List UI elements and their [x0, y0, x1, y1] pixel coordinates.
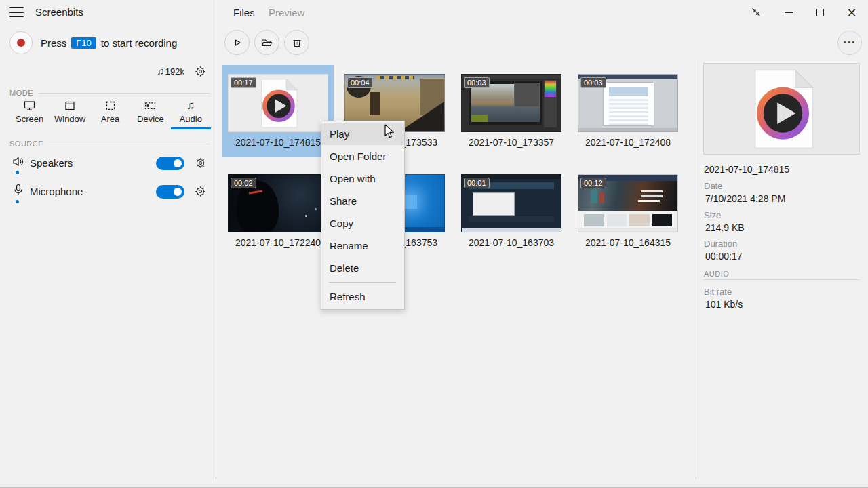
minimize-icon	[785, 12, 793, 13]
context-menu-item-share[interactable]: Share	[321, 190, 404, 212]
thumb-art	[641, 190, 663, 192]
detail-label-bitrate: Bit rate	[704, 287, 732, 297]
sidebar-divider	[216, 0, 216, 479]
file-item[interactable]: 00:032021-07-10_173357	[456, 65, 567, 157]
toggle-knob	[174, 159, 182, 167]
context-menu: PlayOpen FolderOpen withShareCopyRenameD…	[321, 121, 405, 310]
close-button[interactable]: ×	[843, 4, 861, 20]
ellipsis-icon: •••	[844, 38, 856, 47]
folder-icon	[260, 37, 273, 49]
file-name: 2021-07-10_172240	[222, 237, 334, 248]
app-title: Screenbits	[35, 6, 83, 18]
thumb-art	[591, 190, 597, 203]
delete-button[interactable]	[284, 30, 309, 55]
thumb-art	[578, 128, 677, 131]
mode-tabs: Screen Window Area Device ♫ Audio	[9, 100, 211, 129]
thumb-art	[473, 192, 515, 216]
detail-value-size: 214.9 KB	[705, 222, 745, 233]
file-item[interactable]: 00:012021-07-10_163703	[456, 165, 567, 258]
source-row-microphone: Microphone	[0, 182, 216, 205]
context-menu-item-copy[interactable]: Copy	[321, 212, 404, 235]
audio-quality: ♫192k	[142, 66, 184, 77]
record-hint: Press F10 to start recording	[41, 37, 177, 49]
thumb-art	[609, 87, 648, 96]
mode-section-header: MODE	[9, 89, 210, 97]
detail-label-size: Size	[704, 210, 721, 220]
file-name: 2021-07-10_174815	[222, 137, 334, 148]
detail-value-date: 7/10/2021 4:28 PM	[705, 193, 785, 204]
tab-preview[interactable]: Preview	[269, 7, 304, 18]
detail-label-duration: Duration	[704, 239, 737, 249]
detail-label-date: Date	[704, 181, 722, 191]
compact-view-button[interactable]	[747, 4, 765, 20]
mode-tab-audio[interactable]: ♫ Audio	[171, 100, 211, 129]
trash-icon	[291, 37, 303, 49]
context-menu-item-play[interactable]: Play	[321, 123, 404, 145]
play-button[interactable]	[224, 30, 250, 55]
file-name: 2021-07-10_164315	[572, 237, 684, 248]
file-thumbnail: 00:17	[228, 74, 328, 132]
preview-card	[703, 63, 860, 155]
thumb-art	[469, 216, 554, 222]
context-menu-item-open-folder[interactable]: Open Folder	[321, 145, 404, 167]
hamburger-menu-icon[interactable]	[9, 7, 24, 17]
close-icon: ×	[846, 6, 856, 18]
context-menu-item-delete[interactable]: Delete	[321, 257, 404, 279]
mode-tab-screen[interactable]: Screen	[9, 100, 50, 129]
detail-filename: 2021-07-10_174815	[704, 164, 789, 175]
record-button[interactable]	[9, 31, 33, 54]
thumb-art	[462, 228, 561, 232]
mode-section-label: MODE	[9, 89, 33, 97]
media-file-icon	[750, 69, 814, 149]
more-options-button[interactable]: •••	[837, 30, 862, 55]
context-menu-item-refresh[interactable]: Refresh	[321, 285, 404, 308]
screen-icon	[23, 100, 36, 112]
menu-separator	[329, 282, 396, 283]
mode-tab-label: Device	[137, 114, 164, 124]
audio-quality-value: 192k	[165, 66, 184, 77]
minimize-button[interactable]	[780, 4, 797, 20]
file-item[interactable]: 00:032021-07-10_172408	[572, 65, 684, 157]
speakers-settings-gear-icon[interactable]	[194, 157, 207, 169]
detail-value-bitrate: 101 Kb/s	[705, 299, 743, 310]
microphone-icon	[14, 184, 23, 197]
hotkey-badge: F10	[71, 37, 96, 49]
mode-tab-label: Screen	[16, 114, 43, 124]
thumb-art	[599, 192, 604, 203]
context-menu-item-rename[interactable]: Rename	[321, 235, 404, 257]
thumb-art	[578, 228, 677, 232]
detail-value-duration: 00:00:17	[705, 251, 743, 262]
open-folder-button[interactable]	[254, 30, 279, 55]
duration-badge: 00:02	[231, 178, 256, 188]
section-rule	[39, 93, 210, 94]
music-note-icon: ♫	[157, 66, 164, 77]
file-item[interactable]: 00:122021-07-10_164315	[572, 165, 684, 258]
duration-badge: 00:12	[580, 178, 606, 188]
details-divider	[696, 60, 696, 479]
file-thumbnail: 00:03	[578, 74, 678, 132]
source-section-header: SOURCE	[9, 140, 210, 148]
maximize-button[interactable]	[811, 4, 829, 20]
file-item[interactable]: 00:172021-07-10_174815	[222, 65, 334, 157]
microphone-toggle[interactable]	[156, 185, 184, 199]
mode-tab-device[interactable]: Device	[130, 100, 170, 129]
file-thumbnail: 00:02	[228, 174, 328, 232]
play-icon	[231, 37, 243, 49]
duration-badge: 00:03	[580, 77, 606, 88]
file-thumbnail: 00:03	[461, 74, 561, 132]
speaker-icon	[12, 155, 25, 168]
audio-settings-gear-icon[interactable]	[194, 65, 207, 78]
context-menu-item-open-with[interactable]: Open with	[321, 167, 404, 190]
tab-files[interactable]: Files	[233, 7, 255, 18]
source-row-speakers: Speakers	[0, 153, 216, 176]
mode-tab-area[interactable]: Area	[90, 100, 130, 129]
mode-tab-window[interactable]: Window	[50, 100, 90, 129]
toggle-knob	[174, 188, 182, 196]
file-thumbnail: 00:01	[461, 174, 561, 232]
microphone-settings-gear-icon[interactable]	[194, 185, 207, 198]
thumb-art	[584, 214, 672, 226]
file-item[interactable]: 00:022021-07-10_172240	[222, 165, 334, 258]
speakers-toggle[interactable]	[156, 157, 184, 170]
record-hint-prefix: Press	[41, 37, 66, 49]
record-dot-icon	[17, 39, 25, 47]
